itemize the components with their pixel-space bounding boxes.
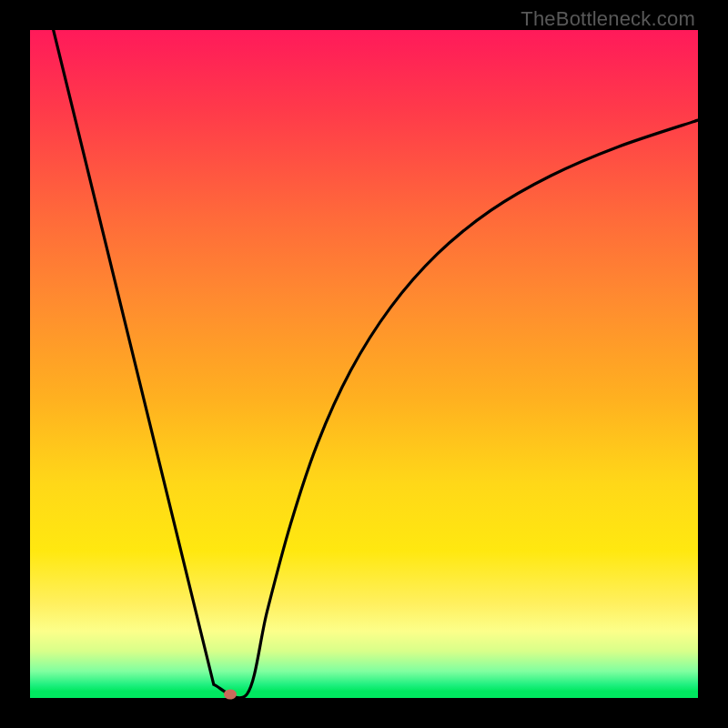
bottleneck-curve xyxy=(30,30,698,698)
attribution-text: TheBottleneck.com xyxy=(521,7,695,31)
optimum-marker xyxy=(224,689,237,699)
chart-plot-area xyxy=(30,30,698,698)
